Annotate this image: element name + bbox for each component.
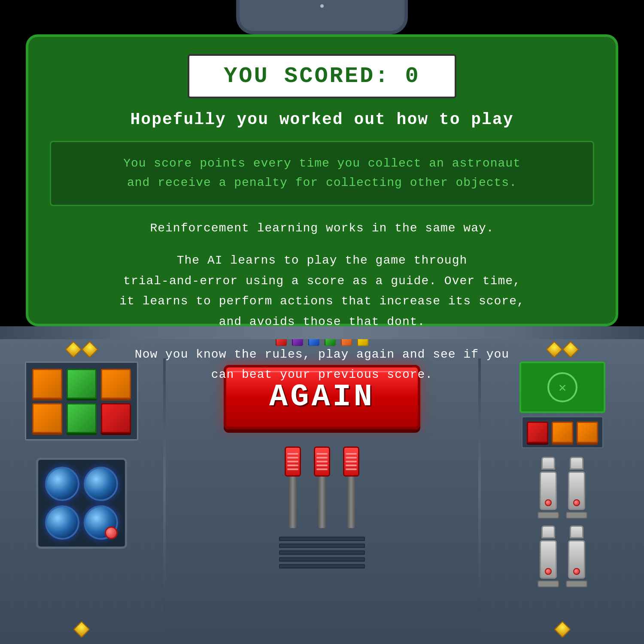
description-line1: You score points every time you collect …	[68, 154, 576, 193]
wl4-base	[566, 580, 587, 587]
btn-green-2[interactable]	[67, 403, 97, 433]
lever-handle-3	[343, 447, 359, 477]
circle-blue-1	[45, 467, 79, 501]
lever-stripe-3b	[346, 457, 357, 459]
btn-red-r1[interactable]	[527, 422, 548, 443]
subtitle-text: Hopefully you worked out how to play	[131, 110, 514, 129]
lever-stripe-3c	[346, 461, 357, 462]
gem-top-l2	[81, 341, 98, 358]
vent-stripe-4	[279, 557, 365, 562]
description-box: You score points every time you collect …	[50, 141, 594, 206]
arch-decoration	[236, 0, 408, 34]
lever-stripe-2a	[316, 453, 328, 455]
lever-shaft-1	[289, 477, 297, 528]
lever-2[interactable]	[314, 447, 330, 528]
lever-stripe-2c	[316, 461, 328, 462]
lever-stripe-3e	[346, 468, 357, 470]
body-paragraph-3: Now you know the rules, play again and s…	[135, 344, 509, 385]
lever-stripe-3d	[346, 465, 357, 466]
body-paragraph-2: The AI learns to play the game through t…	[119, 250, 525, 332]
small-buttons-row-right	[522, 416, 603, 448]
vent-row-center	[279, 537, 365, 568]
white-lever-3[interactable]	[538, 526, 559, 587]
right-gem-row-top	[548, 343, 577, 355]
lever-handle-2	[314, 447, 330, 477]
gem-top-r2	[562, 341, 579, 358]
vent-stripe-2	[279, 544, 365, 548]
score-box: YOU SCORED: 0	[188, 54, 456, 98]
btn-orange-1[interactable]	[32, 369, 62, 399]
white-lever-2[interactable]	[566, 457, 587, 519]
lever-stripe-2d	[316, 465, 328, 466]
left-gem-row-bottom	[76, 623, 88, 644]
left-gem-row-top	[67, 343, 96, 355]
lever-stripe-1e	[287, 468, 298, 470]
wl4-body	[568, 540, 585, 579]
lever-handle-1	[285, 447, 301, 477]
btn-green-1[interactable]	[67, 369, 97, 399]
circle-blue-2	[84, 467, 118, 501]
wl2-base	[566, 512, 587, 519]
wl4-gem	[573, 568, 580, 575]
gem-bottom-l1	[73, 621, 90, 638]
wl3-head	[541, 526, 555, 538]
wl4-head	[570, 526, 583, 538]
gem-bottom-r1	[554, 621, 571, 638]
wl3-body	[540, 540, 557, 579]
center-vent-area	[279, 537, 365, 568]
lever-1[interactable]	[285, 447, 301, 528]
right-gem-row-bottom	[556, 623, 568, 644]
lever-stripe-2b	[316, 457, 328, 459]
wl1-body	[540, 471, 557, 510]
btn-orange-r1[interactable]	[552, 422, 573, 443]
btn-red-1[interactable]	[101, 403, 131, 433]
lever-shaft-3	[347, 477, 355, 528]
lever-stripe-2e	[316, 468, 328, 470]
wl1-gem	[545, 499, 552, 506]
wl2-gem	[573, 499, 580, 506]
green-display	[519, 361, 605, 413]
lever-stripe-3a	[346, 453, 357, 455]
wl1-head	[541, 457, 555, 470]
score-text: YOU SCORED: 0	[224, 64, 420, 89]
levers-row	[285, 447, 359, 528]
btn-orange-3[interactable]	[32, 403, 62, 433]
wl2-body	[568, 471, 585, 510]
lever-shaft-2	[318, 477, 326, 528]
circular-display-wrapper	[36, 449, 127, 549]
wl2-head	[570, 457, 583, 470]
lever-3[interactable]	[343, 447, 359, 528]
lever-stripe-1b	[287, 457, 298, 459]
white-levers	[538, 457, 587, 587]
target-icon	[547, 372, 577, 402]
lever-stripe-1a	[287, 453, 298, 455]
lever-stripe-1d	[287, 465, 298, 466]
score-panel: YOU SCORED: 0 Hopefully you worked out h…	[26, 34, 618, 326]
vent-stripe-1	[279, 537, 365, 541]
center-dot	[320, 4, 324, 8]
center-red-gem	[105, 526, 118, 539]
vent-stripe-3	[279, 550, 365, 555]
white-lever-4[interactable]	[566, 526, 587, 587]
lever-stripe-1c	[287, 461, 298, 462]
buttons-grid-left	[25, 361, 138, 440]
gem-top-l1	[65, 341, 82, 358]
body-paragraph-1: Reinforcement learning works in the same…	[150, 218, 494, 239]
btn-orange-2[interactable]	[101, 369, 131, 399]
gem-top-r1	[546, 341, 563, 358]
vent-stripe-5	[279, 564, 365, 568]
wl3-base	[538, 580, 559, 587]
white-lever-1[interactable]	[538, 457, 559, 519]
wl1-base	[538, 512, 559, 519]
wl3-gem	[545, 568, 552, 575]
circle-blue-3	[45, 505, 79, 540]
btn-orange-r2[interactable]	[577, 422, 598, 443]
